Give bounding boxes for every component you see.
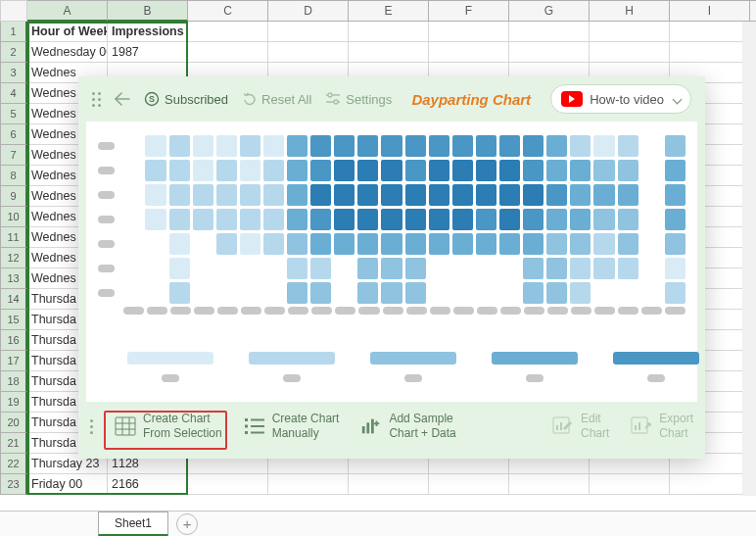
row-header-23[interactable]: 23 [0, 474, 27, 495]
heatmap-cell [405, 258, 426, 279]
cell[interactable] [509, 22, 590, 42]
footer-drag-icon[interactable] [90, 419, 93, 434]
heatmap-cell [169, 160, 190, 181]
row-header-10[interactable]: 10 [0, 207, 27, 227]
cell[interactable] [590, 474, 670, 495]
cell[interactable] [429, 42, 509, 63]
heatmap-cell [405, 282, 426, 304]
heatmap-cell [121, 282, 142, 304]
cell[interactable] [509, 42, 590, 63]
sheet-tab-active[interactable]: Sheet1 [98, 512, 168, 537]
heatmap-cell [263, 258, 284, 279]
drag-handle-icon[interactable] [92, 92, 101, 107]
add-sample-button[interactable]: Add Sample Chart + Data [360, 412, 455, 441]
heatmap-cell [193, 135, 213, 157]
row-header-20[interactable]: 20 [0, 413, 27, 433]
cell[interactable] [509, 474, 590, 495]
row-header-15[interactable]: 15 [0, 310, 27, 330]
svg-rect-11 [245, 418, 248, 421]
cell[interactable] [670, 42, 750, 63]
row-header-13[interactable]: 13 [0, 268, 27, 289]
row-header-7[interactable]: 7 [0, 145, 27, 166]
heatmap-preview [86, 122, 697, 402]
heatmap-cell [169, 233, 190, 255]
col-header-G[interactable]: G [509, 0, 590, 22]
cell[interactable] [429, 22, 509, 42]
row-header-3[interactable]: 3 [0, 63, 27, 83]
cell[interactable] [349, 22, 429, 42]
row-header-5[interactable]: 5 [0, 104, 27, 124]
cell[interactable] [590, 42, 670, 63]
svg-point-3 [328, 93, 332, 97]
row-header-22[interactable]: 22 [0, 454, 27, 474]
col-header-B[interactable]: B [108, 0, 188, 22]
heatmap-cell [570, 184, 591, 206]
cell[interactable] [429, 474, 509, 495]
row-header-4[interactable]: 4 [0, 83, 27, 104]
row-header-17[interactable]: 17 [0, 351, 27, 371]
row-header-19[interactable]: 19 [0, 392, 27, 413]
row-header-16[interactable]: 16 [0, 330, 27, 351]
cell[interactable] [188, 22, 268, 42]
heatmap-cell [570, 233, 591, 255]
row-header-8[interactable]: 8 [0, 166, 27, 186]
select-all-corner[interactable] [0, 0, 27, 22]
heatmap-cell [429, 233, 449, 255]
heatmap-cell [193, 282, 213, 304]
cell[interactable] [188, 474, 268, 495]
row-header-14[interactable]: 14 [0, 289, 27, 310]
cell[interactable]: Hour of Week [27, 22, 108, 42]
back-button[interactable] [115, 92, 130, 106]
heatmap-cell [570, 160, 591, 181]
cell[interactable] [670, 474, 750, 495]
export-chart-button[interactable]: Export Chart [631, 412, 693, 441]
cell[interactable] [268, 42, 349, 63]
cell[interactable] [268, 22, 349, 42]
heatmap-cell [641, 233, 662, 255]
col-header-H[interactable]: H [590, 0, 670, 22]
col-header-I[interactable]: I [670, 0, 750, 22]
row-header-18[interactable]: 18 [0, 371, 27, 392]
heatmap-cell [216, 184, 237, 206]
how-to-video-button[interactable]: How-to video [550, 84, 691, 114]
row-header-9[interactable]: 9 [0, 186, 27, 207]
cell[interactable]: Impressions [108, 22, 188, 42]
row-header-11[interactable]: 11 [0, 227, 27, 248]
cell[interactable] [590, 22, 670, 42]
heatmap-cell [618, 233, 638, 255]
export-l1: Export [659, 412, 693, 426]
reset-all-button[interactable]: Reset All [242, 92, 311, 107]
cell[interactable] [349, 42, 429, 63]
row-header-6[interactable]: 6 [0, 124, 27, 145]
create-manually-button[interactable]: Create Chart Manually [244, 412, 340, 441]
cell[interactable]: Friday 00 [27, 474, 108, 495]
col-header-C[interactable]: C [188, 0, 268, 22]
col-header-F[interactable]: F [429, 0, 509, 22]
heatmap-cell [523, 233, 543, 255]
col-header-E[interactable]: E [349, 0, 429, 22]
row-header-1[interactable]: 1 [0, 22, 27, 42]
subscribed-indicator[interactable]: S Subscribed [144, 91, 228, 107]
row-header-12[interactable]: 12 [0, 248, 27, 268]
col-header-D[interactable]: D [268, 0, 349, 22]
heatmap-cell [169, 135, 190, 157]
row-header-21[interactable]: 21 [0, 433, 27, 454]
cell[interactable] [670, 22, 750, 42]
edit-chart-button[interactable]: Edit Chart [552, 412, 609, 441]
cell[interactable] [349, 474, 429, 495]
cell[interactable]: 2166 [108, 474, 188, 495]
vertical-scrollbar[interactable] [742, 22, 756, 496]
add-sheet-button[interactable]: + [176, 513, 198, 535]
col-header-J[interactable]: J [750, 0, 756, 22]
heatmap-cell [121, 184, 142, 206]
cell[interactable] [188, 42, 268, 63]
cell[interactable] [268, 474, 349, 495]
cell[interactable]: Wednesday 00 [27, 42, 108, 63]
cell[interactable]: 1987 [108, 42, 188, 63]
row-header-2[interactable]: 2 [0, 42, 27, 63]
settings-button[interactable]: Settings [325, 92, 392, 107]
col-header-A[interactable]: A [27, 0, 108, 22]
heatmap-cell [334, 282, 354, 304]
create-from-selection-button[interactable]: Create Chart From Selection [115, 412, 222, 441]
heatmap-cell [334, 184, 354, 206]
